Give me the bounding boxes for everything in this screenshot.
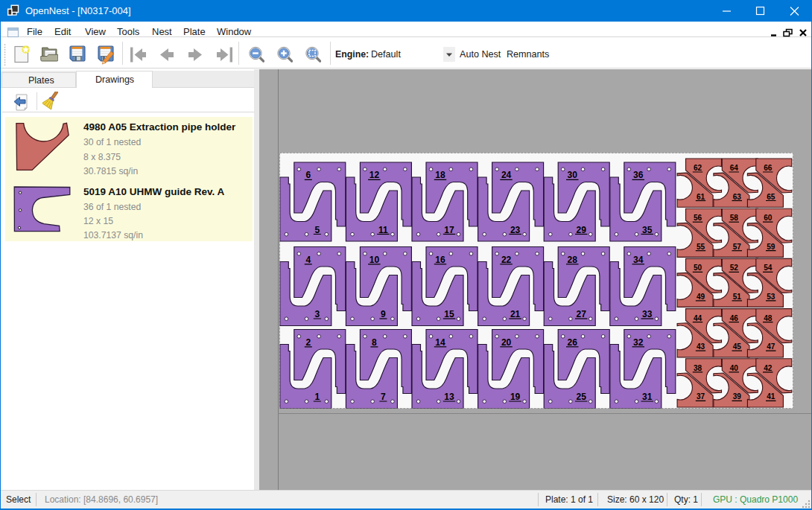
svg-text:29: 29 (577, 225, 587, 235)
svg-text:8: 8 (372, 337, 377, 348)
svg-text:2: 2 (305, 337, 311, 348)
svg-text:6: 6 (305, 170, 311, 180)
svg-text:39: 39 (733, 392, 742, 401)
svg-text:1: 1 (314, 392, 320, 402)
svg-text:4: 4 (305, 255, 311, 265)
svg-text:48: 48 (764, 314, 773, 322)
svg-text:9: 9 (381, 309, 386, 319)
svg-text:12: 12 (369, 170, 380, 180)
svg-text:36: 36 (633, 170, 644, 180)
svg-text:42: 42 (764, 364, 773, 372)
svg-text:58: 58 (730, 214, 739, 222)
svg-text:53: 53 (767, 293, 775, 301)
svg-text:33: 33 (642, 309, 653, 319)
svg-text:17: 17 (444, 225, 454, 235)
svg-text:26: 26 (568, 337, 578, 348)
svg-text:22: 22 (501, 255, 512, 265)
svg-text:23: 23 (510, 225, 521, 235)
svg-text:43: 43 (697, 342, 705, 351)
svg-text:41: 41 (767, 392, 775, 401)
svg-text:51: 51 (733, 293, 742, 301)
svg-text:10: 10 (369, 255, 380, 265)
svg-text:28: 28 (568, 255, 578, 265)
svg-text:60: 60 (764, 214, 773, 222)
svg-text:65: 65 (767, 193, 775, 201)
svg-text:13: 13 (444, 392, 454, 402)
svg-text:37: 37 (697, 392, 705, 401)
svg-text:62: 62 (694, 164, 702, 172)
svg-text:49: 49 (697, 293, 705, 301)
svg-text:45: 45 (733, 342, 742, 351)
svg-text:25: 25 (577, 392, 587, 402)
svg-text:35: 35 (642, 225, 653, 235)
svg-text:19: 19 (510, 392, 521, 402)
svg-text:18: 18 (435, 170, 445, 180)
svg-text:64: 64 (730, 164, 739, 172)
svg-text:52: 52 (730, 264, 739, 272)
svg-text:57: 57 (733, 243, 742, 251)
svg-text:30: 30 (568, 170, 578, 180)
svg-text:66: 66 (764, 164, 773, 172)
svg-text:15: 15 (444, 309, 454, 319)
svg-text:59: 59 (767, 243, 775, 251)
svg-text:55: 55 (697, 243, 705, 251)
svg-text:63: 63 (733, 193, 742, 201)
svg-text:7: 7 (381, 392, 386, 402)
svg-text:40: 40 (730, 364, 739, 372)
svg-text:14: 14 (435, 337, 445, 348)
svg-text:24: 24 (501, 170, 512, 180)
svg-text:20: 20 (501, 337, 512, 348)
svg-text:5: 5 (314, 225, 320, 235)
svg-text:16: 16 (435, 255, 445, 265)
svg-text:54: 54 (764, 264, 773, 272)
svg-text:31: 31 (642, 392, 653, 402)
svg-text:3: 3 (314, 309, 320, 319)
svg-text:27: 27 (577, 309, 587, 319)
svg-text:50: 50 (694, 264, 702, 272)
svg-text:56: 56 (694, 214, 702, 222)
svg-text:44: 44 (694, 314, 702, 322)
svg-text:46: 46 (730, 314, 739, 322)
svg-text:61: 61 (697, 193, 705, 201)
svg-text:21: 21 (510, 309, 521, 319)
svg-text:38: 38 (694, 364, 702, 372)
svg-text:47: 47 (767, 342, 775, 351)
svg-text:11: 11 (378, 225, 388, 235)
svg-text:32: 32 (633, 337, 644, 348)
svg-text:34: 34 (633, 255, 644, 265)
